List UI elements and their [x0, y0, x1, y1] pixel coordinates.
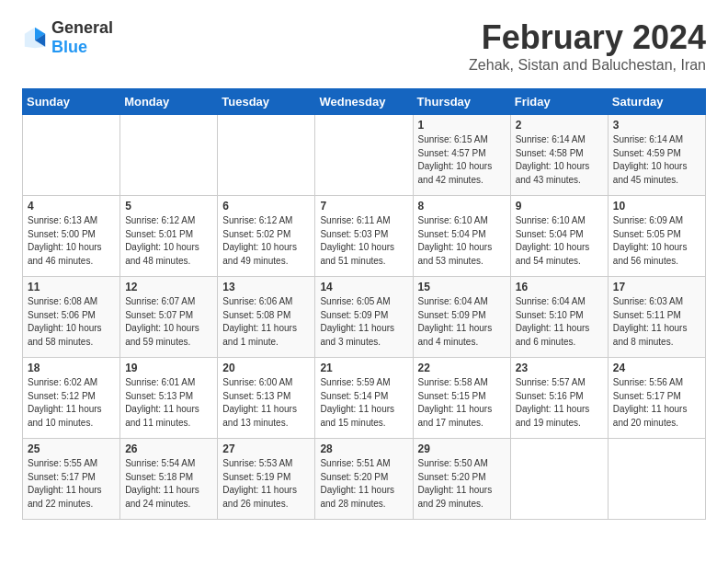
cell-content: Sunrise: 5:59 AM Sunset: 5:14 PM Dayligh…	[320, 376, 407, 430]
calendar-cell: 22Sunrise: 5:58 AM Sunset: 5:15 PM Dayli…	[413, 358, 510, 439]
weekday-header-thursday: Thursday	[413, 89, 510, 115]
calendar-cell: 11Sunrise: 6:08 AM Sunset: 5:06 PM Dayli…	[23, 277, 120, 358]
cell-content: Sunrise: 6:14 AM Sunset: 4:59 PM Dayligh…	[613, 133, 700, 187]
calendar-cell: 21Sunrise: 5:59 AM Sunset: 5:14 PM Dayli…	[315, 358, 413, 439]
weekday-header-row: SundayMondayTuesdayWednesdayThursdayFrid…	[23, 89, 706, 115]
day-number: 14	[320, 281, 407, 293]
cell-content: Sunrise: 6:15 AM Sunset: 4:57 PM Dayligh…	[418, 133, 506, 187]
calendar-cell: 20Sunrise: 6:00 AM Sunset: 5:13 PM Dayli…	[218, 358, 315, 439]
cell-content: Sunrise: 5:57 AM Sunset: 5:16 PM Dayligh…	[516, 376, 603, 430]
day-number: 15	[418, 281, 506, 293]
calendar-cell	[510, 439, 608, 520]
calendar-cell: 18Sunrise: 6:02 AM Sunset: 5:12 PM Dayli…	[23, 358, 120, 439]
day-number: 8	[418, 200, 506, 213]
day-number: 12	[125, 281, 212, 293]
logo-general: General	[51, 18, 113, 37]
calendar-cell: 15Sunrise: 6:04 AM Sunset: 5:09 PM Dayli…	[413, 277, 510, 358]
cell-content: Sunrise: 6:13 AM Sunset: 5:00 PM Dayligh…	[28, 214, 115, 268]
cell-content: Sunrise: 5:58 AM Sunset: 5:15 PM Dayligh…	[418, 376, 506, 430]
calendar-cell	[218, 115, 315, 196]
day-number: 13	[222, 281, 310, 293]
calendar-row-4: 25Sunrise: 5:55 AM Sunset: 5:17 PM Dayli…	[23, 439, 706, 520]
calendar-cell: 5Sunrise: 6:12 AM Sunset: 5:01 PM Daylig…	[120, 196, 218, 277]
day-number: 18	[28, 362, 115, 374]
cell-content: Sunrise: 6:10 AM Sunset: 5:04 PM Dayligh…	[516, 214, 603, 268]
calendar-row-0: 1Sunrise: 6:15 AM Sunset: 4:57 PM Daylig…	[23, 115, 706, 196]
cell-content: Sunrise: 6:01 AM Sunset: 5:13 PM Dayligh…	[125, 376, 212, 430]
cell-content: Sunrise: 6:02 AM Sunset: 5:12 PM Dayligh…	[28, 376, 115, 430]
cell-content: Sunrise: 5:55 AM Sunset: 5:17 PM Dayligh…	[28, 457, 115, 511]
location-subtitle: Zehak, Sistan and Baluchestan, Iran	[469, 57, 706, 74]
day-number: 24	[613, 362, 700, 374]
calendar-cell: 26Sunrise: 5:54 AM Sunset: 5:18 PM Dayli…	[120, 439, 218, 520]
calendar-table: SundayMondayTuesdayWednesdayThursdayFrid…	[22, 88, 706, 520]
calendar-cell: 12Sunrise: 6:07 AM Sunset: 5:07 PM Dayli…	[120, 277, 218, 358]
calendar-cell: 24Sunrise: 5:56 AM Sunset: 5:17 PM Dayli…	[608, 358, 705, 439]
day-number: 20	[222, 362, 310, 374]
day-number: 26	[125, 442, 212, 455]
day-number: 11	[28, 281, 115, 293]
cell-content: Sunrise: 5:53 AM Sunset: 5:19 PM Dayligh…	[222, 457, 310, 511]
calendar-cell: 6Sunrise: 6:12 AM Sunset: 5:02 PM Daylig…	[218, 196, 315, 277]
calendar-cell	[120, 115, 218, 196]
day-number: 19	[125, 362, 212, 374]
cell-content: Sunrise: 6:06 AM Sunset: 5:08 PM Dayligh…	[222, 295, 310, 349]
weekday-header-saturday: Saturday	[608, 89, 705, 115]
cell-content: Sunrise: 6:08 AM Sunset: 5:06 PM Dayligh…	[28, 295, 115, 349]
calendar-cell: 25Sunrise: 5:55 AM Sunset: 5:17 PM Dayli…	[23, 439, 120, 520]
cell-content: Sunrise: 6:10 AM Sunset: 5:04 PM Dayligh…	[418, 214, 506, 268]
calendar-cell	[315, 115, 413, 196]
day-number: 10	[613, 200, 700, 213]
calendar-cell: 19Sunrise: 6:01 AM Sunset: 5:13 PM Dayli…	[120, 358, 218, 439]
day-number: 25	[28, 442, 115, 455]
cell-content: Sunrise: 6:04 AM Sunset: 5:09 PM Dayligh…	[418, 295, 506, 349]
calendar-row-3: 18Sunrise: 6:02 AM Sunset: 5:12 PM Dayli…	[23, 358, 706, 439]
calendar-cell: 1Sunrise: 6:15 AM Sunset: 4:57 PM Daylig…	[413, 115, 510, 196]
day-number: 1	[418, 119, 506, 132]
calendar-cell: 9Sunrise: 6:10 AM Sunset: 5:04 PM Daylig…	[510, 196, 608, 277]
cell-content: Sunrise: 6:09 AM Sunset: 5:05 PM Dayligh…	[613, 214, 700, 268]
day-number: 4	[28, 200, 115, 213]
cell-content: Sunrise: 5:50 AM Sunset: 5:20 PM Dayligh…	[418, 457, 506, 511]
day-number: 29	[418, 442, 506, 455]
day-number: 22	[418, 362, 506, 374]
calendar-row-1: 4Sunrise: 6:13 AM Sunset: 5:00 PM Daylig…	[23, 196, 706, 277]
cell-content: Sunrise: 5:56 AM Sunset: 5:17 PM Dayligh…	[613, 376, 700, 430]
calendar-cell: 16Sunrise: 6:04 AM Sunset: 5:10 PM Dayli…	[510, 277, 608, 358]
calendar-cell: 13Sunrise: 6:06 AM Sunset: 5:08 PM Dayli…	[218, 277, 315, 358]
cell-content: Sunrise: 6:03 AM Sunset: 5:11 PM Dayligh…	[613, 295, 700, 349]
cell-content: Sunrise: 5:54 AM Sunset: 5:18 PM Dayligh…	[125, 457, 212, 511]
weekday-header-wednesday: Wednesday	[315, 89, 413, 115]
month-year-title: February 2024	[469, 18, 706, 57]
day-number: 16	[516, 281, 603, 293]
day-number: 5	[125, 200, 212, 213]
cell-content: Sunrise: 6:11 AM Sunset: 5:03 PM Dayligh…	[320, 214, 407, 268]
cell-content: Sunrise: 6:05 AM Sunset: 5:09 PM Dayligh…	[320, 295, 407, 349]
logo: General Blue	[22, 18, 113, 57]
calendar-cell: 17Sunrise: 6:03 AM Sunset: 5:11 PM Dayli…	[608, 277, 705, 358]
calendar-cell: 29Sunrise: 5:50 AM Sunset: 5:20 PM Dayli…	[413, 439, 510, 520]
calendar-cell: 10Sunrise: 6:09 AM Sunset: 5:05 PM Dayli…	[608, 196, 705, 277]
day-number: 27	[222, 442, 310, 455]
day-number: 23	[516, 362, 603, 374]
day-number: 21	[320, 362, 407, 374]
logo-blue: Blue	[51, 38, 87, 56]
day-number: 7	[320, 200, 407, 213]
calendar-cell: 14Sunrise: 6:05 AM Sunset: 5:09 PM Dayli…	[315, 277, 413, 358]
weekday-header-monday: Monday	[120, 89, 218, 115]
day-number: 2	[516, 119, 603, 132]
day-number: 3	[613, 119, 700, 132]
weekday-header-tuesday: Tuesday	[218, 89, 315, 115]
weekday-header-friday: Friday	[510, 89, 608, 115]
calendar-cell: 3Sunrise: 6:14 AM Sunset: 4:59 PM Daylig…	[608, 115, 705, 196]
cell-content: Sunrise: 6:04 AM Sunset: 5:10 PM Dayligh…	[516, 295, 603, 349]
day-number: 28	[320, 442, 407, 455]
logo-icon	[22, 25, 48, 51]
calendar-cell	[23, 115, 120, 196]
cell-content: Sunrise: 6:12 AM Sunset: 5:01 PM Dayligh…	[125, 214, 212, 268]
header: General Blue February 2024 Zehak, Sistan…	[22, 18, 706, 74]
cell-content: Sunrise: 6:00 AM Sunset: 5:13 PM Dayligh…	[222, 376, 310, 430]
cell-content: Sunrise: 5:51 AM Sunset: 5:20 PM Dayligh…	[320, 457, 407, 511]
calendar-cell: 7Sunrise: 6:11 AM Sunset: 5:03 PM Daylig…	[315, 196, 413, 277]
weekday-header-sunday: Sunday	[23, 89, 120, 115]
